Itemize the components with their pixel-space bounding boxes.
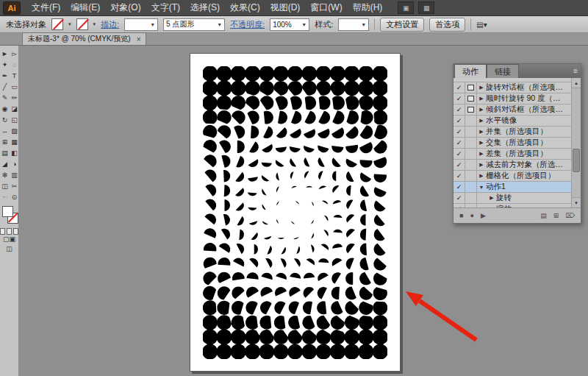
- fill-stroke-indicator[interactable]: [0, 205, 18, 227]
- scroll-down-icon[interactable]: ▼: [572, 197, 581, 207]
- expand-triangle-icon[interactable]: ▶: [487, 195, 496, 201]
- dialog-toggle[interactable]: [465, 193, 477, 203]
- action-row[interactable]: ✓▶交集（所选项目）: [453, 138, 571, 149]
- gradient-tool[interactable]: ◧: [10, 147, 19, 158]
- expand-triangle-icon[interactable]: ▶: [477, 151, 486, 157]
- menu-item[interactable]: 编辑(E): [65, 0, 105, 15]
- menu-item[interactable]: 帮助(H): [348, 0, 388, 15]
- dialog-toggle[interactable]: [465, 127, 477, 137]
- expand-triangle-icon[interactable]: ▶: [477, 107, 486, 113]
- toggle-check-icon[interactable]: ✓: [453, 149, 465, 159]
- expand-triangle-icon[interactable]: ▶: [477, 96, 486, 102]
- tab-actions[interactable]: 动作: [454, 64, 487, 78]
- toggle-check-icon[interactable]: ✓: [453, 193, 465, 203]
- toggle-check-icon[interactable]: ✓: [453, 204, 465, 207]
- expand-triangle-icon[interactable]: ▶: [477, 129, 486, 135]
- fill-swatch[interactable]: [51, 18, 63, 30]
- toggle-check-icon[interactable]: ✓: [453, 160, 465, 170]
- action-row[interactable]: ✓▶减去前方对象（所选…: [453, 160, 571, 171]
- record-button[interactable]: ●: [470, 213, 473, 219]
- toggle-check-icon[interactable]: ✓: [453, 127, 465, 137]
- scale-tool[interactable]: ◱: [10, 114, 19, 125]
- dialog-toggle[interactable]: [465, 116, 477, 126]
- menu-item[interactable]: 效果(C): [225, 0, 265, 15]
- draw-mode-button[interactable]: ▢▣: [0, 235, 18, 244]
- color-button[interactable]: [0, 228, 5, 235]
- dialog-toggle[interactable]: [465, 149, 477, 159]
- pencil-tool[interactable]: ✏: [10, 92, 19, 103]
- toggle-check-icon[interactable]: ✓: [453, 116, 465, 126]
- brush-definition-combo[interactable]: 5 点圆形▼: [163, 18, 225, 31]
- width-tool[interactable]: ↔: [0, 125, 10, 136]
- style-combo[interactable]: ▼: [338, 18, 369, 31]
- perspective-grid-tool[interactable]: ▦: [10, 136, 19, 147]
- stroke-weight-combo[interactable]: ▼: [124, 18, 158, 31]
- symbol-sprayer-tool[interactable]: ✻: [0, 169, 10, 180]
- eyedropper-tool[interactable]: ◢: [0, 158, 10, 169]
- rotate-tool[interactable]: ↻: [0, 114, 10, 125]
- stroke-swatch-arrow-icon[interactable]: ▾: [93, 21, 96, 27]
- mesh-tool[interactable]: ▤: [0, 147, 10, 158]
- dialog-toggle[interactable]: [465, 104, 477, 115]
- blob-brush-tool[interactable]: ◉: [0, 103, 10, 114]
- action-row[interactable]: ✓▶水平镜像: [453, 116, 571, 127]
- menu-item[interactable]: 对象(O): [105, 0, 146, 15]
- document-tab[interactable]: 未标题-3* @ 70% (CMYK/预览) ×: [22, 32, 146, 45]
- opacity-combo[interactable]: 100%▼: [270, 18, 309, 31]
- scroll-thumb[interactable]: [573, 149, 580, 172]
- stop-button[interactable]: ■: [459, 213, 463, 219]
- blend-tool[interactable]: ◑: [10, 158, 19, 169]
- action-row[interactable]: ✓▶顺时针旋转 90 度（…: [453, 93, 571, 104]
- toggle-check-icon[interactable]: ✓: [453, 104, 465, 115]
- action-row[interactable]: ✓▶并集（所选项目）: [453, 127, 571, 138]
- toggle-check-icon[interactable]: ✓: [453, 82, 465, 93]
- align-options-icon[interactable]: ▤▾: [476, 21, 487, 29]
- free-transform-tool[interactable]: ▧: [10, 125, 19, 136]
- menu-item[interactable]: 窗口(W): [305, 0, 347, 15]
- menu-item[interactable]: 选择(S): [185, 0, 225, 15]
- dialog-toggle[interactable]: [465, 182, 477, 192]
- slice-tool[interactable]: ✂: [10, 180, 19, 191]
- graph-tool[interactable]: ▥: [10, 169, 19, 180]
- action-row[interactable]: ✓▶差集（所选项目）: [453, 149, 571, 160]
- direct-selection-tool[interactable]: ▻: [10, 48, 19, 59]
- hand-tool[interactable]: ☜: [0, 191, 10, 202]
- fill-swatch-arrow-icon[interactable]: ▾: [68, 21, 71, 27]
- arrange-documents-icon[interactable]: ▦: [418, 1, 434, 14]
- new-action-button[interactable]: ⊞: [553, 213, 559, 219]
- line-tool[interactable]: ╱: [0, 81, 10, 92]
- tab-links[interactable]: 链接: [487, 64, 519, 78]
- action-row[interactable]: ✓▶旋转对话框（所选项…: [453, 82, 571, 93]
- toggle-check-icon[interactable]: ✓: [453, 138, 465, 148]
- expand-triangle-icon[interactable]: ▶: [487, 206, 496, 207]
- fill-color-swatch[interactable]: [2, 206, 13, 217]
- dialog-toggle[interactable]: [465, 204, 477, 207]
- none-button[interactable]: [13, 228, 18, 235]
- zoom-tool[interactable]: ⊙: [10, 191, 19, 202]
- expand-triangle-icon[interactable]: ▶: [477, 85, 486, 91]
- expand-triangle-icon[interactable]: ▶: [477, 118, 486, 124]
- selection-tool[interactable]: ►: [0, 48, 10, 59]
- dialog-toggle[interactable]: [465, 82, 477, 93]
- action-row[interactable]: ✓▶缩放: [453, 204, 571, 207]
- dialog-toggle[interactable]: [465, 160, 477, 170]
- close-icon[interactable]: ×: [137, 35, 141, 43]
- action-row[interactable]: ✓▼动作1: [453, 182, 571, 193]
- dialog-toggle[interactable]: [465, 93, 477, 104]
- screen-mode-button[interactable]: ◫: [0, 244, 18, 254]
- paintbrush-tool[interactable]: ✎: [0, 92, 10, 103]
- expand-triangle-icon[interactable]: ▶: [477, 162, 486, 168]
- type-tool[interactable]: T: [10, 70, 19, 81]
- collapse-triangle-icon[interactable]: ▼: [477, 185, 486, 190]
- new-set-button[interactable]: ▤: [540, 213, 547, 219]
- menu-item[interactable]: 文件(F): [26, 0, 65, 15]
- dialog-toggle[interactable]: [465, 171, 477, 181]
- panel-menu-icon[interactable]: ≡: [573, 67, 578, 75]
- gradient-button[interactable]: [7, 228, 12, 235]
- artboard-tool[interactable]: ◫: [0, 180, 10, 191]
- app-logo-icon[interactable]: Ai: [3, 1, 21, 15]
- opacity-link[interactable]: 不透明度:: [230, 19, 265, 30]
- expand-triangle-icon[interactable]: ▶: [477, 173, 486, 179]
- eraser-tool[interactable]: ◪: [10, 103, 19, 114]
- stroke-swatch[interactable]: [76, 18, 88, 30]
